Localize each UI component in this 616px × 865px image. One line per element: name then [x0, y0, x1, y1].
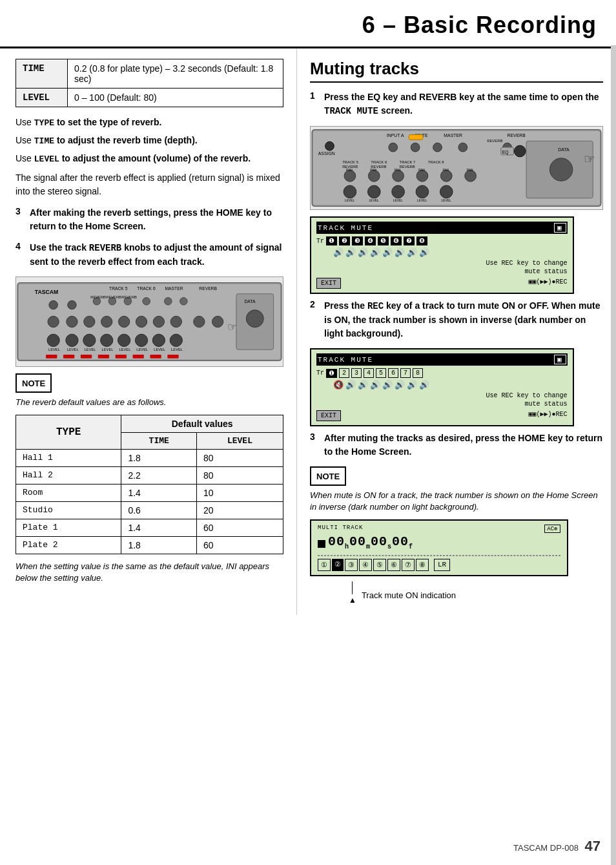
svg-point-31 [101, 334, 113, 346]
svg-rect-50 [150, 354, 161, 358]
level-hall1: 80 [196, 449, 283, 466]
svg-text:LEVEL: LEVEL [119, 348, 130, 351]
svg-text:EQ: EQ [502, 150, 509, 155]
note-label-right: NOTE [310, 466, 346, 486]
svg-point-23 [136, 316, 147, 327]
table-header-row: TYPE Default values [16, 415, 283, 432]
time-hall1: 1.8 [121, 449, 197, 466]
svg-text:PAN: PAN [418, 169, 425, 172]
note-section-right: NOTE When mute is ON for a track, the tr… [310, 466, 603, 513]
home-screen-time: 00h00m00s00f [328, 534, 413, 550]
time-level-table: TIME 0.2 (0.8 for plate type) – 3.2 seco… [15, 59, 283, 107]
svg-point-24 [153, 316, 164, 327]
svg-point-66 [433, 143, 442, 152]
time-value: 0.2 (0.8 for plate type) – 3.2 seconds (… [68, 59, 283, 89]
svg-point-7 [49, 300, 57, 309]
default-values-header: Default values [121, 415, 283, 432]
type-hall1: Hall 1 [16, 449, 121, 466]
svg-text:TRACK 7: TRACK 7 [400, 160, 416, 164]
track-mute-screen-2: TRACK MUTE ▣ Tr ❶ 2 3 4 5 6 7 8 🔇 🔊 🔊 🔊 … [310, 348, 574, 426]
svg-text:REVERB: REVERB [121, 295, 137, 299]
track-mute-indication-area: ▲ Track mute ON indication [349, 581, 603, 605]
note-label-left: NOTE [15, 373, 52, 393]
svg-text:PAN: PAN [395, 169, 401, 172]
brand-name: TASCAM DP-008 [513, 843, 579, 853]
step-3-content: After making the reverb settings, press … [30, 206, 283, 233]
step-3-block: 3 After making the reverb settings, pres… [15, 206, 283, 233]
type-plate2: Plate 2 [16, 536, 121, 554]
device-svg-right-top: INPUT A MUTE MASTER REVERB ASSIGN REVERB… [311, 127, 602, 209]
svg-text:LEVEL: LEVEL [102, 348, 114, 351]
svg-text:TRACK 6: TRACK 6 [371, 160, 387, 164]
time-label: TIME [16, 59, 68, 89]
svg-text:LEVEL: LEVEL [171, 348, 183, 351]
time-plate1: 1.4 [121, 519, 197, 536]
svg-point-12 [143, 297, 150, 305]
level-plate1: 60 [196, 519, 283, 536]
page-footer: TASCAM DP-008 47 [513, 838, 601, 855]
use-type-line: Use TYPE to set the type of reverb. [15, 116, 283, 129]
svg-point-34 [152, 334, 165, 346]
left-column: TIME 0.2 (0.8 for plate type) – 3.2 seco… [0, 48, 297, 615]
device-image-left: TASCAM TRACK 5 TRACK 6 MASTER REVERB REV… [15, 276, 283, 367]
table-row: LEVEL 0 – 100 (Default: 80) [16, 89, 283, 107]
type-plate1: Plate 1 [16, 519, 121, 536]
svg-text:PAN: PAN [467, 169, 473, 172]
level-room: 10 [196, 484, 283, 501]
svg-point-18 [48, 316, 59, 327]
svg-text:LEVEL: LEVEL [48, 348, 60, 351]
svg-point-30 [83, 334, 96, 346]
speaker-icons-row-1: 🔊 🔊 🔊 🔊 🔊 🔊 🔊 🔊 [316, 247, 568, 258]
svg-text:LEVEL: LEVEL [369, 199, 379, 202]
table-row: Plate 2 1.8 60 [16, 536, 283, 554]
svg-point-28 [47, 334, 59, 346]
page-border-accent [611, 45, 616, 865]
svg-text:LEVEL: LEVEL [393, 199, 404, 202]
time-sub-header: TIME [121, 432, 197, 449]
track-1: ① [318, 559, 331, 571]
table-row: TIME 0.2 (0.8 for plate type) – 3.2 seco… [16, 59, 283, 89]
track-nums-row-1: Tr ❶ ❷ ❸ ❹ ❺ ❻ ❼ ❽ [316, 236, 568, 245]
time-hall2: 2.2 [121, 466, 197, 484]
exit-button-2[interactable]: EXIT [316, 410, 341, 421]
svg-rect-47 [98, 354, 109, 358]
svg-rect-45 [63, 354, 74, 358]
level-plate2: 60 [196, 536, 283, 554]
svg-text:REVERB: REVERB [508, 133, 526, 138]
home-screen-tracks: ① ② ③ ④ ⑤ ⑥ ⑦ ⑧ LR [318, 559, 560, 571]
page-number: 47 [585, 838, 601, 854]
level-value: 0 – 100 (Default: 80) [68, 89, 283, 107]
svg-point-19 [67, 316, 77, 327]
page-title: 6 – Basic Recording [19, 12, 597, 39]
right-step-3-content: After muting the tracks as desired, pres… [324, 432, 603, 459]
svg-text:☞: ☞ [584, 152, 595, 166]
svg-point-97 [549, 158, 572, 181]
step-3-num: 3 [15, 206, 25, 233]
right-step-1-num: 1 [310, 90, 319, 118]
svg-text:PAN: PAN [346, 169, 353, 172]
svg-text:REVERB: REVERB [487, 139, 502, 143]
exit-button-1[interactable]: EXIT [316, 278, 341, 289]
svg-point-14 [180, 297, 188, 305]
svg-text:DATA: DATA [244, 299, 255, 304]
section-title: Muting tracks [310, 59, 603, 83]
svg-point-65 [411, 143, 420, 152]
svg-point-22 [118, 316, 129, 327]
table-row: Studio 0.6 20 [16, 501, 283, 519]
use-rec-text-1: Use REC key to change [316, 260, 568, 267]
svg-text:☞: ☞ [227, 320, 237, 333]
table-row: Hall 1 1.8 80 [16, 449, 283, 466]
svg-text:LEVEL: LEVEL [136, 348, 148, 351]
track-lr: LR [434, 559, 450, 571]
device-svg-left: TASCAM TRACK 5 TRACK 6 MASTER REVERB REV… [16, 277, 283, 366]
level-label: LEVEL [16, 89, 68, 107]
step-4-content: Use the track REVERB knobs to adjust the… [30, 241, 283, 269]
svg-text:TRACK 8: TRACK 8 [428, 160, 445, 164]
track-mute-on-label: Track mute ON indication [362, 590, 456, 600]
home-screen-divider [318, 555, 560, 556]
right-column: Muting tracks 1 Press the EQ key and REV… [297, 48, 616, 615]
svg-point-91 [367, 185, 380, 198]
svg-text:LEVEL: LEVEL [441, 199, 451, 202]
type-room: Room [16, 484, 121, 501]
svg-rect-44 [46, 354, 57, 358]
